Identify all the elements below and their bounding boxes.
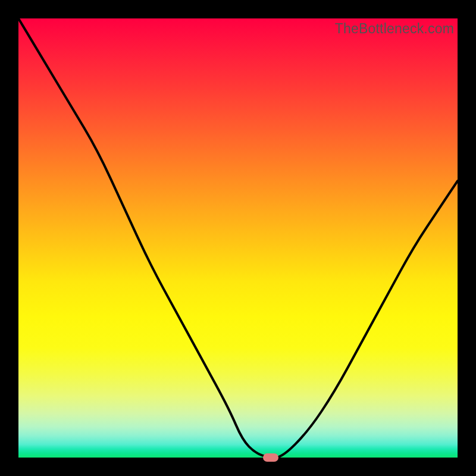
chart-frame: TheBottleneck.com (0, 0, 476, 476)
bottleneck-curve (18, 18, 458, 458)
chart-plot-area: TheBottleneck.com (18, 18, 458, 458)
optimal-point-marker (263, 453, 278, 462)
curve-path (18, 18, 458, 458)
